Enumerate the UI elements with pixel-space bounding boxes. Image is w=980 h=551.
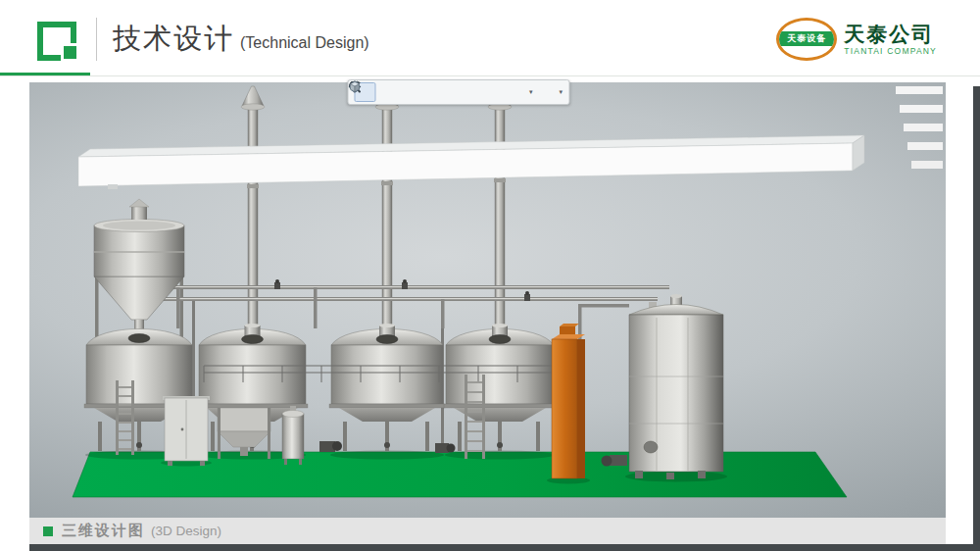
appearance-dropdown-caret[interactable]: ▾	[529, 88, 533, 96]
zoom-fit-icon[interactable]	[456, 82, 477, 102]
large-storage-tank	[629, 294, 723, 479]
small-vessel	[282, 406, 304, 465]
badge-ribbon-text: 天泰设备	[776, 31, 837, 46]
zoom-in-icon[interactable]	[481, 82, 503, 102]
title-chinese: 技术设计	[113, 20, 234, 59]
presentation-slide: 技术设计 (Technical Design) 天泰设备 天泰公司 TIANTA…	[0, 0, 980, 551]
exhaust-beam	[78, 135, 864, 189]
caption-chinese: 三维设计图	[62, 522, 145, 540]
chimney-3	[488, 86, 512, 329]
display-style-dropdown-caret[interactable]: ▾	[560, 88, 564, 96]
orange-column	[552, 324, 585, 478]
page-title: 技术设计 (Technical Design)	[113, 20, 369, 59]
company-badge-icon: 天泰设备	[776, 18, 837, 61]
cad-toolbar: ▾▾	[347, 79, 569, 105]
slide-header: 技术设计 (Technical Design) 天泰设备 天泰公司 TIANTA…	[0, 0, 980, 78]
grain-hopper	[94, 199, 184, 333]
caption-bullet-icon	[43, 526, 53, 536]
company-name-english: TIANTAI COMPANY	[844, 47, 937, 56]
header-rule	[0, 75, 980, 76]
display-style-icon[interactable]	[537, 82, 559, 102]
caption-bar: 三维设计图 (3D Design)	[29, 518, 946, 544]
tank-pump	[602, 455, 628, 467]
header-divider	[96, 18, 97, 61]
company-brand: 天泰设备 天泰公司 TIANTAI COMPANY	[776, 18, 937, 61]
cad-3d-scene	[29, 82, 946, 518]
chimney-stacks	[241, 86, 512, 329]
brew-tank-4	[444, 324, 556, 451]
zoom-out-icon[interactable]	[430, 82, 452, 102]
green-square-logo-icon	[37, 16, 80, 63]
appearance-icon[interactable]	[507, 82, 528, 102]
logo-filled-square	[61, 43, 79, 62]
rotate-view-icon[interactable]	[405, 82, 426, 102]
title-english: (Technical Design)	[240, 34, 369, 52]
brew-tank-3	[329, 324, 445, 451]
chimney-1	[241, 86, 265, 329]
pan-tool-icon[interactable]	[379, 82, 401, 102]
white-bars	[896, 86, 943, 169]
window-edge-right	[973, 86, 980, 551]
company-name-chinese: 天泰公司	[844, 24, 937, 45]
control-cabinet	[163, 396, 210, 466]
caption-english: (3D Design)	[151, 524, 221, 538]
cad-viewport[interactable]: ▾▾	[29, 82, 946, 518]
chimney-2	[375, 86, 399, 329]
window-edge-bottom	[29, 544, 980, 551]
company-name: 天泰公司 TIANTAI COMPANY	[844, 24, 937, 56]
